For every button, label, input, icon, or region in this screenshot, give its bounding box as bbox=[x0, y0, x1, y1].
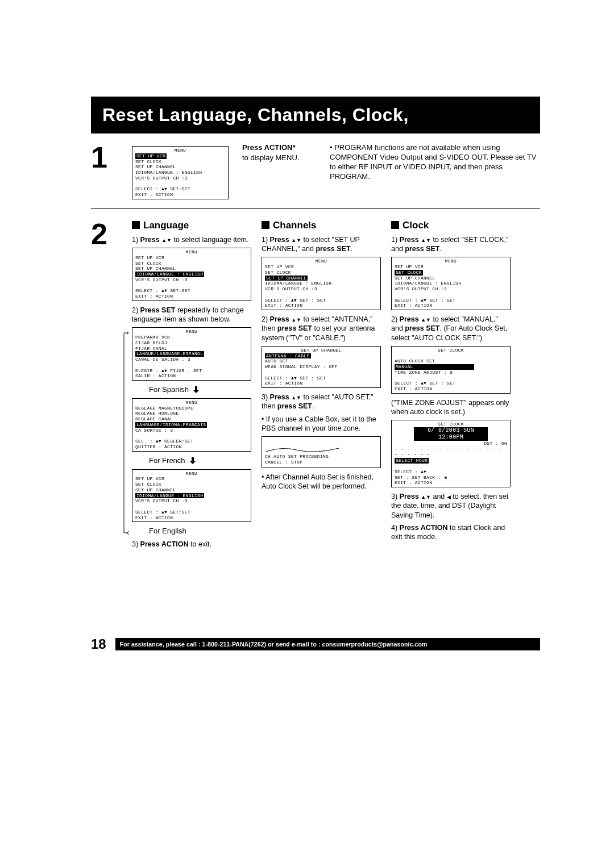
osd-channels-3: CH AUTO SET PROCEEDING CANCEL : STOP bbox=[262, 436, 381, 468]
osd-channels-1: MENU SET UP VCR SET CLOCK SET UP CHANNEL… bbox=[262, 257, 381, 310]
osd-clock-1: MENU SET UP VCR SET CLOCK SET UP CHANNEL… bbox=[391, 257, 511, 310]
step-1-row: 1 MENU SET UP VCR SET CLOCK SET UP CHANN… bbox=[91, 143, 540, 204]
osd-channels-2: SET UP CHANNEL ANTENNA : CABLE AUTO SET … bbox=[262, 346, 381, 388]
step-1-note: • PROGRAM functions are not available wh… bbox=[330, 143, 540, 204]
language-column: Language 1) Press to select language ite… bbox=[132, 219, 251, 553]
step-2-number: 2 bbox=[91, 219, 118, 553]
up-icon bbox=[421, 315, 426, 323]
down-icon bbox=[296, 315, 301, 323]
step-2-row: 2 Language 1) Press to select language i… bbox=[91, 219, 540, 553]
up-icon bbox=[421, 493, 426, 500]
down-arrow-icon bbox=[193, 386, 200, 394]
clock-column: Clock 1) Press to select "SET CLOCK," an… bbox=[391, 219, 511, 553]
down-icon bbox=[296, 393, 301, 401]
section-clock: Clock bbox=[391, 219, 511, 232]
up-icon bbox=[161, 236, 167, 244]
osd-clock-2: SET CLOCK AUTO CLOCK SET MANUAL TIME ZON… bbox=[391, 346, 511, 394]
down-icon bbox=[426, 493, 431, 500]
divider bbox=[91, 208, 540, 209]
down-icon bbox=[167, 236, 172, 244]
page-title: Reset Language, Channels, Clock, bbox=[91, 97, 540, 133]
proceeding-icon bbox=[265, 445, 350, 453]
down-arrow-icon bbox=[189, 457, 196, 465]
up-icon bbox=[291, 315, 296, 323]
page-number: 18 bbox=[91, 636, 106, 652]
for-french-label: For French bbox=[149, 456, 251, 466]
footer-text: For assistance, please call : 1-800-211-… bbox=[115, 638, 540, 650]
loop-arrow-icon bbox=[122, 331, 130, 535]
up-icon bbox=[421, 236, 426, 244]
left-icon bbox=[447, 493, 451, 500]
section-channels: Channels bbox=[262, 219, 381, 232]
page-footer: 18 For assistance, please call : 1-800-2… bbox=[91, 636, 540, 652]
square-icon bbox=[262, 221, 269, 229]
osd-lang-english: MENU SET UP VCR SET CLOCK SET UP CHANNEL… bbox=[132, 469, 251, 523]
osd-lang-french: MENU REGLAGE MAGNETOSCOPE REGLAGE HORLOG… bbox=[132, 398, 251, 452]
up-icon bbox=[291, 236, 296, 244]
step-1-number: 1 bbox=[91, 143, 118, 204]
osd-lang-spanish: MENU PREPARAR VCR FIJAR RELOJ FIJAR CANA… bbox=[132, 327, 251, 381]
down-icon bbox=[296, 236, 301, 244]
square-icon bbox=[391, 221, 399, 229]
step-1-instruction: Press ACTION* to display MENU. bbox=[242, 143, 316, 204]
down-icon bbox=[426, 315, 431, 323]
osd-clock-3: SET CLOCK 6/ 8/2003 SUN 12:00PM DST : ON… bbox=[391, 420, 511, 487]
osd-step1: MENU SET UP VCR SET CLOCK SET UP CHANNEL… bbox=[132, 146, 229, 199]
for-english-label: For English bbox=[149, 527, 251, 536]
up-icon bbox=[291, 393, 296, 401]
section-language: Language bbox=[132, 219, 251, 232]
for-spanish-label: For Spanish bbox=[149, 385, 251, 395]
square-icon bbox=[132, 221, 140, 229]
osd-lang-1: MENU SET UP VCR SET CLOCK SET UP CHANNEL… bbox=[132, 248, 251, 301]
down-icon bbox=[426, 236, 431, 244]
channels-column: Channels 1) Press to select "SET UP CHAN… bbox=[262, 219, 381, 553]
